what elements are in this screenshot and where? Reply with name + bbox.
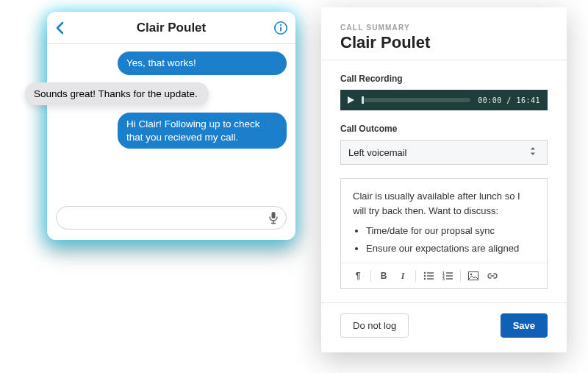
chevron-left-icon [54,20,66,36]
save-button[interactable]: Save [501,313,548,338]
image-icon [468,271,478,280]
svg-point-11 [424,275,426,277]
paragraph-format-button[interactable]: ¶ [350,268,366,284]
svg-point-22 [470,274,473,276]
toolbar-divider [415,270,416,282]
summary-eyebrow: CALL SUMMARY [340,24,548,32]
svg-rect-21 [469,272,478,280]
chat-title: Clair Poulet [137,21,206,35]
call-summary-panel: CALL SUMMARY Clair Poulet Call Recording… [321,7,567,352]
call-notes-editor[interactable]: Clair is usually available after lunch s… [340,178,548,289]
link-icon [487,271,498,280]
notes-bullet: Ensure our expectations are aligned [366,241,535,256]
play-icon [348,96,354,104]
editor-toolbar: ¶ B I 123 [341,263,547,288]
select-caret-icon [529,146,539,159]
summary-footer: Do not log Save [340,313,548,338]
summary-title: Clair Poulet [340,33,548,52]
toolbar-divider [370,270,371,282]
svg-rect-3 [272,212,276,219]
svg-point-1 [280,24,282,26]
svg-marker-6 [348,96,354,104]
outcome-selected-value: Left voicemail [348,147,406,158]
svg-marker-8 [531,153,535,156]
chat-header: Clair Poulet [47,12,295,44]
outcome-label: Call Outcome [340,124,548,134]
playback-time: 00:00 / 16:41 [478,96,540,104]
chat-body: Yes, that works! Sounds great! Thanks fo… [47,44,295,199]
bulleted-list-button[interactable] [420,268,437,284]
notes-bullet-list: Time/date for our propsal sync Ensure ou… [366,224,535,255]
svg-text:3: 3 [442,277,445,280]
do-not-log-button[interactable]: Do not log [340,313,409,338]
microphone-icon [268,211,279,224]
play-button[interactable] [348,96,354,104]
bulleted-list-icon [423,271,434,280]
audio-player: 00:00 / 16:41 [340,90,548,110]
svg-marker-7 [531,147,535,150]
bold-button[interactable]: B [376,268,392,284]
svg-rect-16 [446,272,453,273]
dictation-button[interactable] [265,210,282,226]
svg-point-13 [424,278,426,280]
info-button[interactable] [273,12,288,43]
playhead[interactable] [362,96,364,104]
svg-point-9 [424,272,426,274]
playback-track[interactable] [362,98,470,102]
italic-button[interactable]: I [395,268,411,284]
numbered-list-icon: 123 [442,271,453,280]
chat-bubble-incoming: Sounds great! Thanks for the update. [25,82,209,106]
divider [321,60,567,60]
info-icon [273,21,288,35]
svg-rect-14 [427,278,434,279]
back-button[interactable] [54,12,66,43]
svg-rect-2 [280,26,282,31]
chat-bubble-outgoing: Hi Clair! Following up to check that you… [118,113,287,149]
message-input[interactable] [65,212,265,224]
message-input-bar[interactable] [56,206,287,230]
insert-image-button[interactable] [465,268,481,284]
outcome-select[interactable]: Left voicemail [340,140,548,165]
numbered-list-button[interactable]: 123 [440,268,456,284]
recording-label: Call Recording [340,74,548,84]
notes-bullet: Time/date for our propsal sync [366,224,535,238]
svg-rect-20 [446,278,453,279]
notes-intro: Clair is usually available after lunch s… [353,189,535,218]
svg-rect-10 [427,272,434,273]
insert-link-button[interactable] [484,268,501,284]
toolbar-divider [460,270,461,282]
chat-bubble-outgoing: Yes, that works! [118,51,287,75]
svg-rect-18 [446,275,453,276]
svg-rect-12 [427,275,434,276]
divider [321,302,567,303]
messages-panel: Clair Poulet Yes, that works! Sounds gre… [47,12,295,240]
